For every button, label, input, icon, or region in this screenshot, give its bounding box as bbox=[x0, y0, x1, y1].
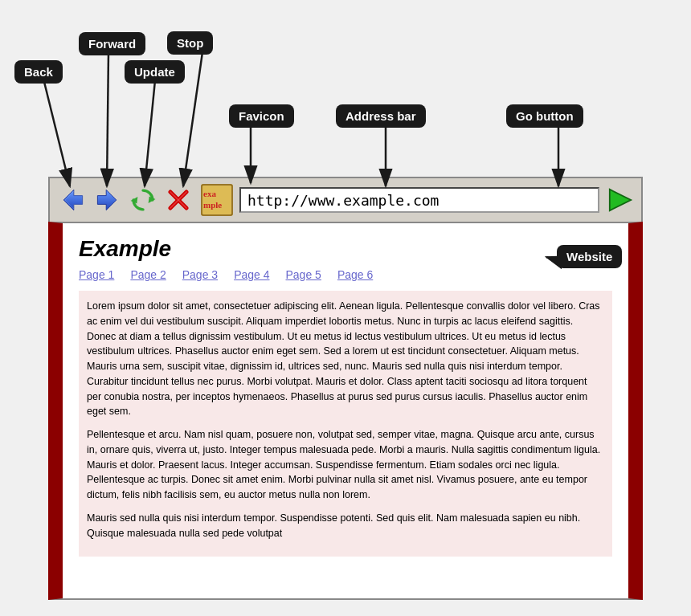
site-title: Example bbox=[79, 236, 612, 262]
go-button-label: Go button bbox=[506, 104, 583, 128]
nav-page6[interactable]: Page 6 bbox=[337, 268, 373, 281]
svg-marker-9 bbox=[63, 190, 82, 210]
svg-line-1 bbox=[44, 82, 70, 186]
stop-label: Stop bbox=[167, 31, 213, 55]
site-body: Lorem ipsum dolor sit amet, consectetuer… bbox=[79, 291, 612, 557]
address-bar-input[interactable]: http://www.example.com bbox=[239, 187, 599, 213]
back-label: Back bbox=[14, 60, 63, 84]
go-button[interactable] bbox=[606, 187, 635, 213]
svg-marker-11 bbox=[97, 190, 116, 210]
forward-button[interactable] bbox=[92, 186, 124, 214]
browser-toolbar: exa mple http://www.example.com bbox=[48, 177, 643, 222]
website-frame: Example Page 1 Page 2 Page 3 Page 4 Page… bbox=[48, 222, 643, 600]
svg-text:exa: exa bbox=[203, 189, 216, 198]
stop-button[interactable] bbox=[162, 186, 194, 214]
svg-line-3 bbox=[145, 80, 155, 186]
body-paragraph-1: Lorem ipsum dolor sit amet, consectetuer… bbox=[87, 299, 604, 419]
nav-page2[interactable]: Page 2 bbox=[130, 268, 166, 281]
back-button[interactable] bbox=[56, 186, 88, 214]
site-navigation: Page 1 Page 2 Page 3 Page 4 Page 5 Page … bbox=[79, 268, 612, 281]
body-paragraph-3: Mauris sed nulla quis nisi interdum temp… bbox=[87, 511, 604, 541]
address-bar-label: Address bar bbox=[336, 104, 426, 128]
nav-page5[interactable]: Page 5 bbox=[286, 268, 321, 281]
favicon-label: Favicon bbox=[229, 104, 294, 128]
svg-line-4 bbox=[183, 52, 202, 186]
update-button[interactable] bbox=[127, 186, 159, 214]
nav-page3[interactable]: Page 3 bbox=[182, 268, 218, 281]
svg-marker-23 bbox=[610, 190, 631, 210]
favicon-image: exa mple bbox=[201, 184, 233, 216]
svg-text:mple: mple bbox=[203, 200, 222, 210]
body-paragraph-2: Pellentesque et arcu. Nam nisl quam, pos… bbox=[87, 427, 604, 503]
update-label: Update bbox=[125, 60, 185, 84]
nav-page4[interactable]: Page 4 bbox=[234, 268, 269, 281]
svg-line-2 bbox=[107, 52, 108, 186]
forward-label: Forward bbox=[79, 32, 145, 55]
website-label: Website bbox=[557, 245, 622, 268]
nav-page1[interactable]: Page 1 bbox=[79, 268, 114, 281]
